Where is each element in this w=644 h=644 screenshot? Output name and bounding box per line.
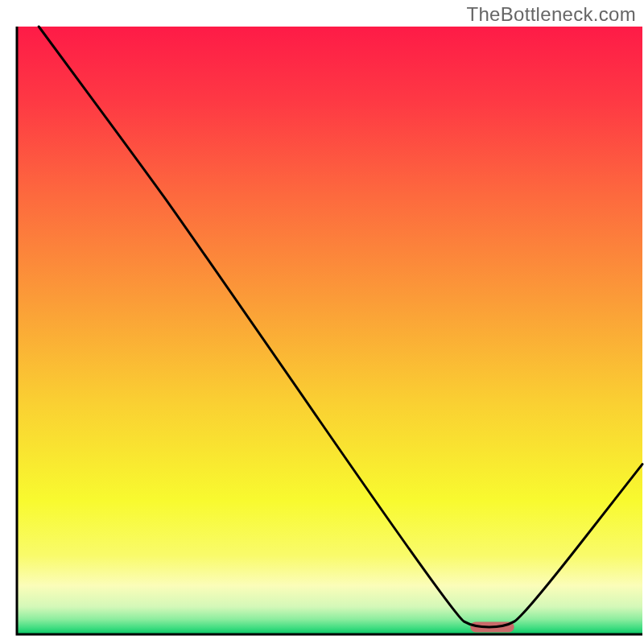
gradient-background	[17, 27, 642, 634]
watermark-label: TheBottleneck.com	[466, 3, 636, 26]
chart-container: TheBottleneck.com	[0, 0, 644, 644]
bottleneck-chart	[0, 0, 644, 644]
